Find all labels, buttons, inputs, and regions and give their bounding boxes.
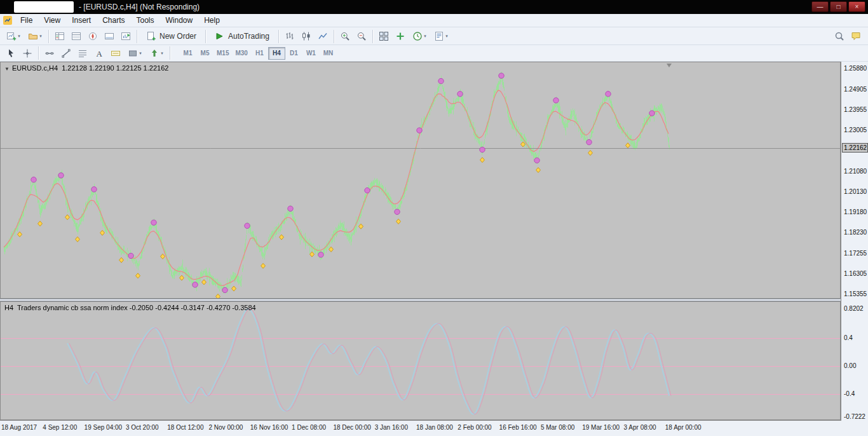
- navigator-icon: [88, 31, 98, 41]
- timeframe-mn-button[interactable]: MN: [320, 47, 337, 60]
- candlestick-chart-icon: [301, 31, 311, 41]
- time-axis-label: 18 Oct 12:00: [167, 424, 203, 431]
- time-axis-label: 3 Oct 20:00: [126, 424, 159, 431]
- arrows-icon: [149, 48, 159, 58]
- new-order-button[interactable]: New Order: [140, 29, 203, 44]
- toolbar-separator: [137, 30, 137, 43]
- zoom-in-button[interactable]: [337, 29, 353, 44]
- time-axis-label: 18 Apr 00:00: [665, 424, 702, 431]
- data-window-icon: [71, 31, 81, 41]
- time-axis-label: 4 Sep 12:00: [43, 424, 77, 431]
- time-axis-label: 1 Dec 08:00: [292, 424, 326, 431]
- zoom-out-icon: [356, 31, 367, 41]
- price-tick-label: 1.23005: [844, 126, 867, 133]
- toolbar-separator: [38, 46, 39, 60]
- price-tick-label: 0.00: [844, 362, 856, 369]
- templates-button[interactable]: ▾: [430, 29, 452, 44]
- dropdown-caret-icon: ▾: [139, 51, 142, 56]
- bar-chart-button[interactable]: [281, 29, 298, 44]
- indicator-pane: H4 Traders dynamic cb ssa norm index -0.…: [0, 301, 841, 420]
- timeframe-d1-button[interactable]: D1: [285, 47, 302, 60]
- candlestick-chart-button[interactable]: [298, 29, 315, 44]
- new-chart-button[interactable]: ▾: [3, 29, 24, 44]
- crosshair-icon: [22, 48, 32, 58]
- price-tick-label: 1.23955: [844, 106, 867, 113]
- periods-button[interactable]: ▾: [409, 29, 430, 44]
- one-click-trading-toggle-icon[interactable]: ▼: [4, 66, 10, 72]
- menu-window[interactable]: Window: [160, 14, 199, 27]
- svg-text:A: A: [97, 48, 103, 58]
- profiles-icon: [28, 31, 38, 41]
- maximize-button[interactable]: □: [830, 1, 847, 12]
- zoom-out-button[interactable]: [353, 29, 370, 44]
- current-price-badge: 1.22162: [842, 143, 868, 153]
- timeframe-m5-button[interactable]: M5: [196, 47, 214, 60]
- timeframe-w1-button[interactable]: W1: [302, 47, 320, 60]
- menu-view[interactable]: View: [38, 14, 66, 27]
- time-axis-label: 2 Nov 00:00: [209, 424, 243, 431]
- main-chart-canvas[interactable]: [1, 62, 840, 298]
- horizontal-line-button[interactable]: [41, 46, 58, 61]
- line-chart-button[interactable]: [315, 29, 331, 44]
- timeframe-m1-button[interactable]: M1: [179, 47, 196, 60]
- timeframe-h1-button[interactable]: H1: [251, 47, 268, 60]
- line-studies-toolbar: A ▾ ▾ M1 M5 M15 M30 H1 H4 D1 W1 MN: [0, 45, 868, 62]
- text-button[interactable]: A: [91, 46, 107, 61]
- shapes-icon: [128, 48, 138, 58]
- templates-icon: [434, 31, 444, 41]
- menu-help[interactable]: Help: [198, 14, 226, 27]
- timeframe-m30-button[interactable]: M30: [232, 47, 250, 60]
- close-button[interactable]: ×: [848, 1, 865, 12]
- indicators-button[interactable]: [392, 29, 409, 44]
- indicators-icon: [395, 31, 405, 41]
- navigator-button[interactable]: [85, 29, 101, 44]
- time-axis-label: 18 Dec 00:00: [333, 424, 371, 431]
- search-button[interactable]: [831, 29, 848, 44]
- price-scale[interactable]: 1.258801.249051.239551.230051.210801.201…: [841, 62, 868, 420]
- data-window-button[interactable]: [68, 29, 85, 44]
- menu-charts[interactable]: Charts: [97, 14, 130, 27]
- shapes-button[interactable]: ▾: [124, 46, 146, 61]
- chart-shift-marker-icon[interactable]: [667, 64, 672, 67]
- menu-tools[interactable]: Tools: [131, 14, 160, 27]
- autotrading-label: AutoTrading: [228, 32, 269, 41]
- toolbar-separator: [48, 30, 49, 43]
- terminal-button[interactable]: [101, 29, 118, 44]
- price-tick-label: 0.8202: [844, 305, 864, 312]
- autotrading-button[interactable]: AutoTrading: [208, 29, 276, 44]
- trendline-button[interactable]: [58, 46, 74, 61]
- text-label-button[interactable]: [107, 46, 124, 61]
- zoom-in-icon: [340, 31, 350, 41]
- standard-toolbar: ▾ ▾ New Order AutoTrading ▾ ▾: [0, 28, 868, 45]
- dropdown-caret-icon: ▾: [39, 34, 42, 39]
- app-icon: [3, 16, 12, 25]
- menu-file[interactable]: File: [15, 14, 38, 27]
- tile-windows-button[interactable]: [376, 29, 392, 44]
- time-axis-label: 18 Aug 2017: [1, 424, 37, 431]
- time-axis-label: 16 Nov 16:00: [250, 424, 288, 431]
- price-tick-label: 1.16305: [844, 270, 867, 277]
- time-axis[interactable]: 18 Aug 20174 Sep 12:0019 Sep 04:003 Oct …: [0, 420, 841, 436]
- timeframe-h4-button[interactable]: H4: [268, 47, 285, 60]
- cursor-button[interactable]: [3, 46, 19, 61]
- toolbar-separator: [205, 30, 206, 43]
- market-watch-button[interactable]: [51, 29, 68, 44]
- fibonacci-button[interactable]: [74, 46, 91, 61]
- timeframe-m15-button[interactable]: M15: [214, 47, 232, 60]
- strategy-tester-button[interactable]: [118, 29, 134, 44]
- indicator-canvas[interactable]: [1, 302, 840, 419]
- minimize-button[interactable]: —: [811, 1, 829, 12]
- profiles-button[interactable]: ▾: [24, 29, 46, 44]
- text-icon: A: [94, 48, 104, 58]
- crosshair-button[interactable]: [19, 46, 36, 61]
- menu-insert[interactable]: Insert: [66, 14, 97, 27]
- text-label-icon: [111, 48, 121, 58]
- chat-icon: [851, 31, 861, 41]
- arrows-button[interactable]: ▾: [146, 46, 167, 61]
- price-tick-label: 1.15355: [844, 290, 867, 297]
- time-axis-label: 2 Feb 00:00: [458, 424, 491, 431]
- price-tick-label: 1.17255: [844, 250, 867, 257]
- community-button[interactable]: [848, 29, 864, 44]
- toolbar-separator: [170, 46, 170, 60]
- line-chart-icon: [318, 31, 328, 41]
